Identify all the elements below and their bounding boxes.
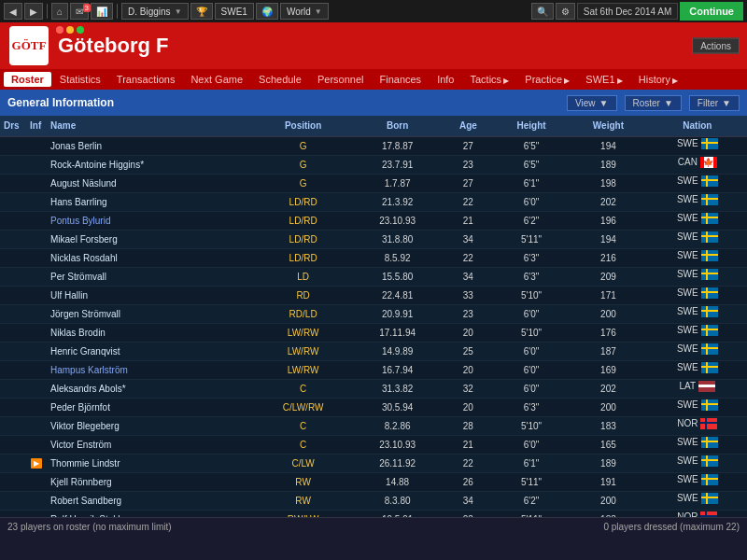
player-height: 6'0" — [494, 192, 569, 211]
table-row[interactable]: Rock-Antoine Higgins*G23.7.91236'5"189CA… — [0, 155, 747, 174]
flag-swe — [701, 231, 718, 243]
world-dropdown[interactable]: World ▼ — [280, 3, 329, 20]
section-title: General Information — [7, 96, 559, 109]
player-nation: NOR — [648, 511, 747, 518]
nav-personnel[interactable]: Personnel — [310, 72, 372, 87]
table-row[interactable]: Jörgen StrömvallRD/LD20.9.91236'0"200SWE — [0, 304, 747, 323]
manager-name: D. Biggins — [128, 7, 171, 17]
nav-statistics[interactable]: Statistics — [52, 72, 108, 87]
nav-next-game[interactable]: Next Game — [183, 72, 250, 87]
flag-swe — [701, 287, 718, 299]
player-height: 5'11" — [494, 472, 569, 491]
player-height: 6'0" — [494, 360, 569, 379]
maximize-dot[interactable] — [77, 26, 84, 34]
continue-button[interactable]: Continue — [680, 2, 743, 21]
player-age: 22 — [443, 192, 494, 211]
forward-button[interactable]: ▶ — [24, 3, 43, 20]
back-button[interactable]: ◀ — [4, 3, 22, 20]
drs-cell — [0, 248, 26, 267]
nav-schedule[interactable]: Schedule — [251, 72, 309, 87]
filter-control[interactable]: Filter ▼ — [689, 95, 740, 111]
player-age: 23 — [443, 304, 494, 323]
player-position: G — [254, 174, 353, 192]
inf-cell — [26, 304, 47, 323]
roster-control[interactable]: Roster ▼ — [625, 95, 682, 111]
search-button[interactable]: 🔍 — [531, 3, 554, 20]
col-nation: Nation — [648, 116, 747, 136]
player-born: 8.5.92 — [352, 248, 442, 267]
nation-code: NOR — [677, 418, 698, 428]
table-row[interactable]: Nicklas RosdahlLD/RD8.5.92226'3"216SWE — [0, 248, 747, 267]
nav-roster[interactable]: Roster — [4, 72, 51, 87]
player-position: G — [254, 136, 353, 155]
view-arrow: ▼ — [599, 98, 609, 108]
player-born: 21.3.92 — [352, 192, 442, 211]
nav-transactions[interactable]: Transactions — [109, 72, 183, 87]
table-row[interactable]: Mikael ForsbergLD/RD31.8.80345'11"194SWE — [0, 230, 747, 248]
player-born: 23.7.91 — [352, 155, 442, 174]
player-position: C/LW — [254, 454, 353, 472]
player-nation: SWE — [648, 343, 747, 356]
table-row[interactable]: Niklas BrodinLW/RW17.11.94205'10"176SWE — [0, 323, 747, 342]
table-row[interactable]: Pontus ByluridLD/RD23.10.93216'2"196SWE — [0, 211, 747, 230]
table-row[interactable]: Hans BarrlingLD/RD21.3.92226'0"202SWE — [0, 192, 747, 211]
nav-practice[interactable]: Practice — [517, 72, 577, 87]
table-row[interactable]: Jonas BerlinG17.8.87276'5"194SWE — [0, 136, 747, 155]
trophy-button[interactable]: 🏆 — [190, 3, 213, 20]
filter-arrow: ▼ — [722, 98, 731, 108]
inf-cell: ▶ — [26, 454, 47, 472]
player-name: Mikael Forsberg — [47, 230, 254, 248]
player-weight: 183 — [569, 416, 647, 435]
actions-button[interactable]: Actions — [692, 38, 740, 54]
player-name[interactable]: Pontus Bylurid — [47, 211, 254, 230]
table-row[interactable]: August NäslundG1.7.87276'1"198SWE — [0, 174, 747, 192]
settings-button[interactable]: ⚙ — [556, 3, 575, 20]
table-row[interactable]: Viktor BlegebergC8.2.86285'10"183NOR — [0, 416, 747, 435]
nav-swe1[interactable]: SWE1 — [578, 72, 629, 87]
table-row[interactable]: Victor EnströmC23.10.93216'0"165SWE — [0, 435, 747, 454]
player-name: Kjell Rönnberg — [47, 472, 254, 491]
nav-history[interactable]: History — [631, 72, 685, 87]
footer-left: 23 players on roster (no maximum limit) — [7, 522, 172, 532]
club-name: Göteborg F — [58, 34, 169, 58]
table-row[interactable]: Rolf Henrik StokkeRW/LW19.5.91235'11"183… — [0, 510, 747, 517]
drs-cell — [0, 491, 26, 510]
player-weight: 209 — [569, 267, 647, 286]
table-row[interactable]: Peder BjörnfotC/LW/RW30.5.94206'3"200SWE — [0, 398, 747, 416]
view-control[interactable]: View ▼ — [567, 95, 616, 111]
table-row[interactable]: Aleksandrs Abols*C31.3.82326'0"202LAT — [0, 379, 747, 398]
home-button[interactable]: ⌂ — [51, 3, 68, 20]
player-tbody: Jonas BerlinG17.8.87276'5"194SWERock-Ant… — [0, 136, 747, 517]
player-name[interactable]: Hampus Karlström — [47, 360, 254, 379]
league-dropdown[interactable]: SWE1 — [215, 3, 254, 20]
col-name: Name — [47, 116, 254, 136]
nav-tactics[interactable]: Tactics — [462, 72, 516, 87]
close-dot[interactable] — [56, 26, 63, 34]
table-row[interactable]: ▶Thommie LindstrC/LW26.11.92226'1"189SWE — [0, 454, 747, 472]
inf-cell — [26, 398, 47, 416]
minimize-dot[interactable] — [66, 26, 74, 34]
player-height: 6'0" — [494, 342, 569, 360]
nation-code: SWE — [677, 194, 698, 204]
player-age: 20 — [443, 398, 494, 416]
nation-code: SWE — [677, 399, 698, 410]
nation-code: SWE — [677, 493, 698, 503]
nav-finances[interactable]: Finances — [372, 72, 429, 87]
manager-dropdown[interactable]: D. Biggins ▼ — [121, 3, 189, 20]
table-row[interactable]: Kjell RönnbergRW14.88265'11"191SWE — [0, 472, 747, 491]
globe-button[interactable]: 🌍 — [256, 3, 278, 20]
section-header: General Information View ▼ Roster ▼ Filt… — [0, 90, 747, 116]
window-controls — [56, 26, 84, 34]
table-row[interactable]: Ulf HallinRD22.4.81335'10"171SWE — [0, 286, 747, 304]
table-row[interactable]: Henric GranqvistLW/RW14.9.89256'0"187SWE — [0, 342, 747, 360]
nav-info[interactable]: Info — [430, 72, 461, 87]
player-position: C — [254, 416, 353, 435]
table-row[interactable]: Per StrömvallLD15.5.80346'3"209SWE — [0, 267, 747, 286]
player-weight: 187 — [569, 342, 647, 360]
table-row[interactable]: Hampus KarlströmLW/RW16.7.94206'0"169SWE — [0, 360, 747, 379]
chart-button[interactable]: 📊 — [91, 3, 113, 20]
player-position: C — [254, 435, 353, 454]
nation-code: SWE — [677, 306, 698, 316]
player-name: Per Strömvall — [47, 267, 254, 286]
table-row[interactable]: Robert SandbergRW8.3.80346'2"200SWE — [0, 491, 747, 510]
